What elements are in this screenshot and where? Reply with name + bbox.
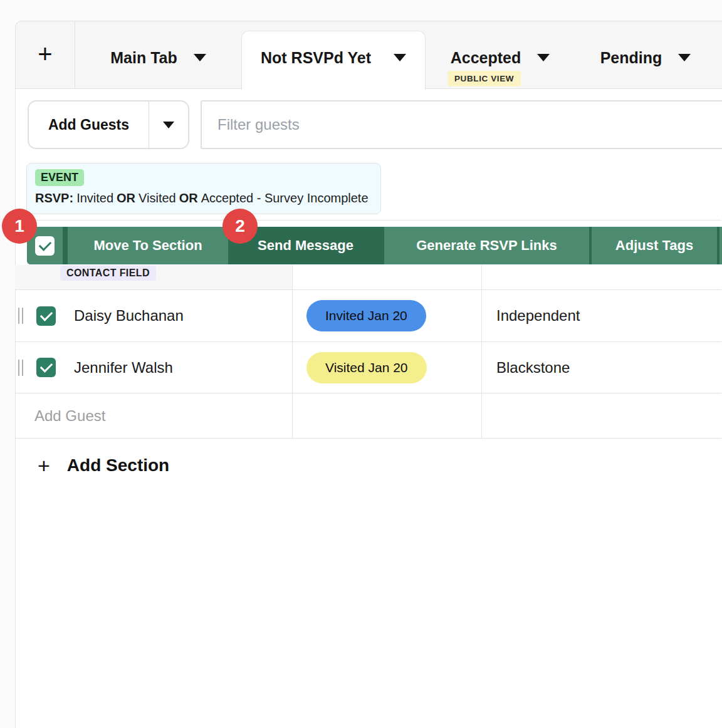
add-guest-row[interactable]: Add Guest <box>15 393 721 439</box>
row-checkbox[interactable] <box>36 358 56 377</box>
tab-accepted-label: Accepted <box>451 49 521 67</box>
filter-guests-input[interactable] <box>201 100 722 149</box>
chevron-down-icon[interactable] <box>678 54 691 61</box>
tab-pending-label: Pending <box>600 49 662 67</box>
column-divider <box>481 265 482 439</box>
tab-main-tab[interactable]: Main Tab <box>75 21 242 88</box>
toolbar-overflow-button[interactable] <box>719 227 722 264</box>
guest-row-jennifer-walsh[interactable]: Jennifer Walsh Visited Jan 20 Blackstone <box>15 342 721 393</box>
add-guest-placeholder: Add Guest <box>34 407 105 425</box>
rsvp-value-1: Invited <box>76 191 113 205</box>
organization-cell: Independent <box>481 290 721 341</box>
chevron-down-icon[interactable] <box>194 54 206 61</box>
tab-not-rsvpd-yet-label: Not RSVPd Yet <box>261 49 371 67</box>
adjust-tags-button[interactable]: Adjust Tags <box>592 227 717 264</box>
rsvp-operator-2: OR <box>179 191 198 205</box>
status-cell: Invited Jan 20 <box>292 290 481 341</box>
annotation-step-2: 2 <box>222 209 258 244</box>
annotation-step-1: 1 <box>2 209 37 244</box>
move-to-section-button[interactable]: Move To Section <box>68 227 228 264</box>
drag-handle-icon[interactable] <box>18 308 23 324</box>
add-section-button[interactable]: + Add Section <box>15 445 169 486</box>
chevron-down-icon[interactable] <box>537 54 550 61</box>
row-checkbox[interactable] <box>36 306 56 326</box>
contact-field-column-header[interactable]: CONTACT FIELD <box>60 266 156 281</box>
generate-rsvp-links-button[interactable]: Generate RSVP Links <box>384 227 589 264</box>
column-divider <box>292 265 293 439</box>
add-guests-button[interactable]: Add Guests <box>28 100 189 149</box>
plus-icon: + <box>38 41 52 66</box>
rsvp-filter-description: RSVP:InvitedORVisitedORAccepted - Survey… <box>35 191 372 205</box>
status-badge[interactable]: Invited Jan 20 <box>306 300 426 331</box>
tab-pending[interactable]: Pending <box>580 21 711 88</box>
public-view-badge: PUBLIC VIEW <box>447 71 521 86</box>
name-cell: Jennifer Walsh <box>15 342 292 393</box>
add-guest-cell: Add Guest <box>15 393 292 438</box>
plus-icon: + <box>38 455 50 476</box>
organization-cell <box>481 393 721 438</box>
status-cell: Visited Jan 20 <box>292 342 481 393</box>
status-cell <box>292 393 481 438</box>
table-top-border <box>15 220 721 221</box>
select-all-checkbox[interactable] <box>35 236 55 256</box>
organization-value: Blackstone <box>496 359 570 377</box>
checkmark-icon <box>39 308 53 321</box>
tab-not-rsvpd-yet[interactable]: Not RSVPd Yet <box>241 31 426 90</box>
rsvp-value-3: Accepted - Survey Incomplete <box>201 191 369 205</box>
tab-main-tab-label: Main Tab <box>110 49 177 67</box>
guest-name: Jennifer Walsh <box>74 359 173 377</box>
guest-name: Daisy Buchanan <box>74 307 184 325</box>
guest-row-daisy-buchanan[interactable]: Daisy Buchanan Invited Jan 20 Independen… <box>15 290 721 342</box>
add-guests-dropdown[interactable] <box>149 101 188 148</box>
rsvp-prefix: RSVP: <box>35 191 73 205</box>
organization-cell: Blackstone <box>481 342 721 393</box>
organization-value: Independent <box>496 307 580 325</box>
rsvp-operator-1: OR <box>117 191 135 205</box>
content-panel: + Main Tab Accepted PUBLIC VIEW Pending … <box>15 21 722 728</box>
checkmark-icon <box>38 238 51 251</box>
tab-accepted[interactable]: Accepted PUBLIC VIEW <box>432 21 568 88</box>
add-section-label: Add Section <box>67 455 169 476</box>
add-guests-label: Add Guests <box>29 101 149 148</box>
checkmark-icon <box>39 360 53 373</box>
rsvp-value-2: Visited <box>139 191 176 205</box>
add-tab-button[interactable]: + <box>16 21 75 88</box>
status-badge[interactable]: Visited Jan 20 <box>306 352 427 383</box>
event-badge: EVENT <box>35 169 84 186</box>
name-cell: Daisy Buchanan <box>15 290 292 341</box>
chevron-down-icon <box>163 122 174 128</box>
bulk-action-toolbar: Move To Section Send Message Generate RS… <box>27 227 722 264</box>
drag-handle-icon[interactable] <box>18 360 23 376</box>
event-filter-chip[interactable]: EVENT RSVP:InvitedORVisitedORAccepted - … <box>26 163 381 214</box>
toolbar-divider <box>63 227 68 264</box>
chevron-down-icon[interactable] <box>394 54 406 61</box>
